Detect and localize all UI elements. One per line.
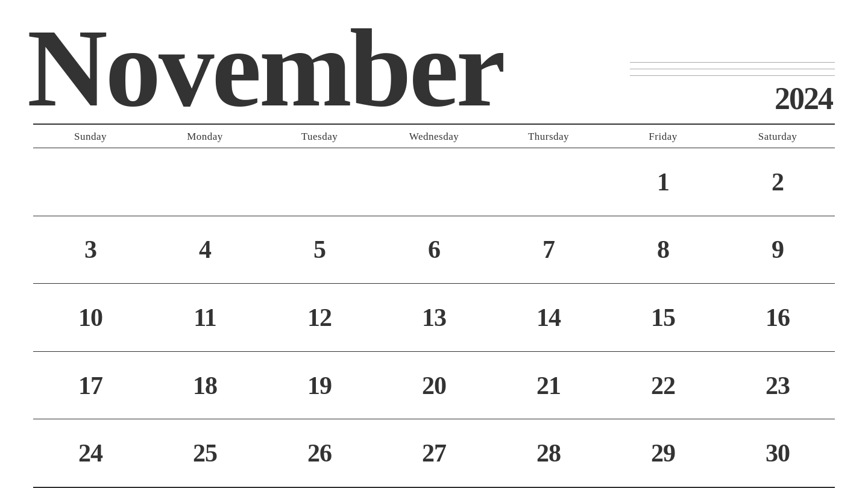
calendar-cell: 15	[606, 284, 720, 351]
calendar-cell: 16	[720, 284, 835, 351]
day-number: 28	[536, 439, 561, 468]
day-header-thursday: Thursday	[491, 125, 606, 148]
day-number: 8	[657, 235, 669, 264]
calendar-cell: 28	[491, 419, 606, 487]
year-line-2	[630, 69, 835, 69]
calendar-cell: 18	[148, 352, 262, 419]
day-number: 10	[78, 303, 102, 332]
day-number: 12	[307, 303, 332, 332]
calendar-cell: 5	[262, 216, 377, 284]
day-number: 17	[78, 371, 102, 400]
calendar-cell: 2	[720, 148, 835, 216]
calendar-cell	[33, 148, 148, 216]
calendar-cell: 30	[720, 419, 835, 487]
day-number: 3	[84, 235, 96, 264]
calendar-body: 1234567891011121314151617181920212223242…	[33, 148, 835, 488]
calendar-cell: 29	[606, 419, 720, 487]
calendar-cell: 13	[377, 284, 491, 351]
day-number: 5	[313, 235, 326, 264]
calendar-cell: 10	[33, 284, 148, 351]
calendar-cell: 24	[33, 419, 148, 487]
calendar-cell	[262, 148, 377, 216]
day-number: 25	[193, 439, 217, 468]
year-number: 2024	[775, 81, 832, 116]
day-header-saturday: Saturday	[720, 125, 835, 148]
calendar-cell: 1	[606, 148, 720, 216]
calendar-week-4: 17181920212223	[33, 352, 835, 420]
day-number: 21	[536, 371, 561, 400]
day-number: 20	[422, 371, 446, 400]
calendar-container: November 2024 SundayMondayTuesdayWednesd…	[0, 0, 868, 488]
year-line-3	[630, 75, 835, 76]
calendar-grid: SundayMondayTuesdayWednesdayThursdayFrid…	[33, 124, 835, 488]
calendar-cell: 9	[720, 216, 835, 284]
day-number: 7	[542, 235, 555, 264]
calendar-cell: 12	[262, 284, 377, 351]
day-number: 30	[766, 439, 790, 468]
calendar-cell: 8	[606, 216, 720, 284]
day-number: 13	[422, 303, 446, 332]
calendar-cell: 17	[33, 352, 148, 419]
header-section: November 2024	[33, 0, 835, 124]
day-number: 4	[199, 235, 211, 264]
day-number: 16	[766, 303, 790, 332]
day-number: 14	[536, 303, 561, 332]
day-number: 29	[651, 439, 675, 468]
calendar-cell: 6	[377, 216, 491, 284]
calendar-cell: 22	[606, 352, 720, 419]
calendar-cell: 21	[491, 352, 606, 419]
calendar-cell: 20	[377, 352, 491, 419]
day-number: 6	[428, 235, 440, 264]
calendar-cell: 26	[262, 419, 377, 487]
year-section: 2024	[630, 62, 835, 116]
day-number: 9	[772, 235, 784, 264]
calendar-cell: 14	[491, 284, 606, 351]
day-number: 18	[193, 371, 217, 400]
calendar-cell: 11	[148, 284, 262, 351]
day-number: 26	[307, 439, 332, 468]
calendar-cell: 25	[148, 419, 262, 487]
year-line-1	[630, 62, 835, 63]
calendar-week-2: 3456789	[33, 216, 835, 284]
calendar-week-3: 10111213141516	[33, 284, 835, 352]
day-number: 2	[772, 167, 784, 196]
calendar-week-5: 24252627282930	[33, 419, 835, 488]
day-number: 24	[78, 439, 102, 468]
day-number: 23	[766, 371, 790, 400]
day-number: 19	[307, 371, 332, 400]
day-number: 1	[657, 167, 669, 196]
calendar-cell: 23	[720, 352, 835, 419]
day-number: 27	[422, 439, 446, 468]
calendar-cell: 3	[33, 216, 148, 284]
calendar-cell: 27	[377, 419, 491, 487]
calendar-cell: 7	[491, 216, 606, 284]
year-lines	[630, 62, 835, 76]
calendar-cell: 4	[148, 216, 262, 284]
calendar-cell	[148, 148, 262, 216]
day-header-friday: Friday	[606, 125, 720, 148]
day-number: 15	[651, 303, 675, 332]
calendar-cell	[491, 148, 606, 216]
day-number: 11	[193, 303, 216, 332]
day-number: 22	[651, 371, 675, 400]
calendar-cell	[377, 148, 491, 216]
calendar-cell: 19	[262, 352, 377, 419]
calendar-week-1: 12	[33, 148, 835, 216]
month-title: November	[27, 12, 503, 124]
